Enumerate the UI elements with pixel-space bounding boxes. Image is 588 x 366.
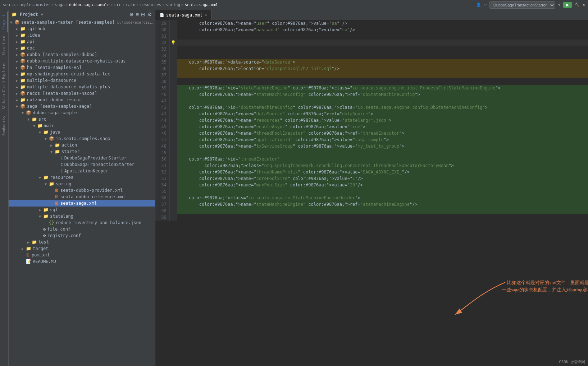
annotation-box: 比如这个就是对应的xml文件，里面就是 一些saga的状态机配置，并注入到spr…: [451, 279, 566, 323]
tree-item-2[interactable]: ▶📁.idea: [9, 32, 155, 38]
tree-arrow: ▶: [16, 92, 20, 96]
tree-arrow: ▶: [16, 53, 20, 57]
line-gutter: [170, 65, 177, 72]
tree-arrow: ▼: [16, 105, 20, 108]
vtab-bookmarks[interactable]: Bookmarks: [0, 113, 8, 138]
line-gutter: [170, 130, 177, 136]
tree-label: action: [61, 143, 154, 148]
tree-item-30[interactable]: ▼📁statelang: [9, 213, 155, 219]
tree-label: starter: [61, 149, 154, 154]
tree-arrow: ▶: [16, 46, 20, 50]
breadcrumb-item-3[interactable]: dubbo-saga-sample: [69, 3, 110, 7]
tree-item-18[interactable]: ▼📦io.seata.samples.saga: [9, 135, 155, 142]
tree-item-29[interactable]: ▶📁sql: [9, 207, 155, 213]
svg-text:一些saga的状态机配置，并注入到spring容器中去: 一些saga的状态机配置，并注入到spring容器中去: [502, 287, 588, 292]
tab-close-button[interactable]: ✕: [205, 13, 207, 17]
file-icon: 📁: [32, 117, 37, 122]
breadcrumb-item-6[interactable]: resources: [140, 3, 161, 7]
bulb-icon[interactable]: 💡: [171, 40, 176, 46]
tree-item-14[interactable]: ▼📦dubbo-saga-sample: [9, 110, 155, 116]
tree-item-25[interactable]: ▼📁spring: [9, 181, 155, 187]
tree-label: nacos [seata-samples-nacos]: [27, 91, 154, 96]
sidebar-add-button[interactable]: ⊕: [129, 11, 134, 17]
tree-item-20[interactable]: ▼📁starter: [9, 148, 155, 155]
tree-item-3[interactable]: ▶📁api: [9, 38, 155, 45]
tree-item-9[interactable]: ▶📁multiple-datasource: [9, 77, 155, 84]
sidebar-settings-button[interactable]: ⚙: [147, 11, 152, 17]
tree-item-10[interactable]: ▶📁multiple-datasource-mybatis-plus: [9, 84, 155, 90]
line-number: 49: [155, 149, 170, 156]
line-content: color:#9876aa;">name="password" color:#9…: [177, 27, 588, 33]
dropdown-arrow-icon[interactable]: ▼: [558, 3, 561, 7]
file-icon: 📦: [26, 110, 31, 115]
tree-item-33[interactable]: ⚙registry.conf: [9, 232, 155, 239]
tree-item-17[interactable]: ▼📁java: [9, 129, 155, 135]
breadcrumb-item-2[interactable]: saga: [55, 3, 65, 7]
tree-item-13[interactable]: ▼📦saga [seata-samples-saga]: [9, 103, 155, 110]
tree-item-28[interactable]: 🗎seata-saga.xml: [9, 200, 155, 207]
config-dropdown[interactable]: DubboSagaTransactionStarter: [489, 1, 555, 9]
code-line-32: 32💡: [155, 40, 588, 46]
tree-item-6[interactable]: ▶📦dubbo-multiple-datasource-mybatis-plus: [9, 58, 155, 64]
line-gutter: [170, 27, 177, 33]
code-line-52: 52 color:#9876aa;">name="threadNamePrefi…: [155, 169, 588, 175]
breadcrumb-item-7[interactable]: spring: [166, 3, 180, 7]
tree-label: DubboSagaTransactionStarter: [64, 162, 154, 167]
tree-item-31[interactable]: {}reduce_inventory_and_balance.json: [9, 219, 155, 226]
tree-item-4[interactable]: ▶📁doc: [9, 45, 155, 51]
tree-item-26[interactable]: 🗎seata-dubbo-provider.xml: [9, 187, 155, 194]
tab-seata-saga[interactable]: 📄 seata-saga.xml ✕: [155, 10, 211, 20]
line-number: 36: [155, 65, 170, 72]
vtab-structure[interactable]: Structure: [0, 33, 8, 58]
breadcrumb-item-4[interactable]: src: [114, 3, 121, 7]
code-container[interactable]: 29 color:#9876aa;">name="user" color:#98…: [155, 20, 588, 366]
file-icon: 📦: [20, 91, 26, 96]
breadcrumb-item-5[interactable]: main: [126, 3, 136, 7]
breadcrumb-item-1[interactable]: seata-samples-master: [3, 3, 50, 7]
tree-label: target: [33, 246, 154, 251]
tree-item-1[interactable]: ▶📁.github: [9, 26, 155, 32]
file-icon: 📁: [55, 143, 60, 148]
tree-item-5[interactable]: ▶📦dubbo [seata-samples-dubbo]: [9, 51, 155, 58]
sidebar-collapse-button[interactable]: ⊟: [141, 11, 145, 17]
tree-item-32[interactable]: ⚙file.conf: [9, 226, 155, 232]
tree-item-23[interactable]: CApplicationKeeper: [9, 168, 155, 174]
tab-bar: 📄 seata-saga.xml ✕: [155, 10, 588, 20]
tree-item-27[interactable]: 🗎seata-dubbo-reference.xml: [9, 194, 155, 200]
code-line-51: 51 color:#9876aa;">class="org.springfram…: [155, 162, 588, 169]
code-line-57: 57 color:#9876aa;">name="stateMachineEng…: [155, 201, 588, 208]
reload-icon[interactable]: ↻: [583, 3, 585, 7]
sidebar-sync-button[interactable]: ≡: [136, 11, 139, 17]
tree-item-16[interactable]: ▼📁main: [9, 122, 155, 129]
tree-arrow: ▼: [50, 150, 55, 154]
tree-item-37[interactable]: 📝README.MD: [9, 258, 155, 265]
line-number: 32: [155, 40, 170, 46]
back-icon[interactable]: ↩: [484, 3, 487, 7]
tree-item-34[interactable]: ▶📁test: [9, 239, 155, 245]
tree-item-8[interactable]: ▶📁mp-shadingsphere-druid-seata-tcc: [9, 71, 155, 77]
tree-item-35[interactable]: ▶📁target: [9, 245, 155, 252]
tree-item-11[interactable]: ▶📦nacos [seata-samples-nacos]: [9, 90, 155, 97]
vtab-alibaba[interactable]: Alibaba Cloud Explorer: [0, 59, 8, 112]
tree-arrow: ▼: [33, 124, 37, 128]
tree-arrow: ▶: [16, 27, 20, 31]
tree-item-19[interactable]: ▶📁action: [9, 142, 155, 148]
tree-item-12[interactable]: ▶📁nutzboot-dubbo-fescar: [9, 97, 155, 103]
run-button[interactable]: ▶: [563, 2, 572, 8]
line-gutter: [170, 208, 177, 214]
vtab-project[interactable]: Project: [0, 11, 8, 32]
tree-item-15[interactable]: ▼📁src: [9, 116, 155, 122]
line-number: 52: [155, 169, 170, 175]
tree-item-21[interactable]: CDubboSagaProviderStarter: [9, 155, 155, 161]
tree-item-7[interactable]: ▶📦ha [seata-samples-HA]: [9, 64, 155, 71]
tree-item-36[interactable]: 🗎pom.xml: [9, 252, 155, 258]
breadcrumb-item-8[interactable]: seata-saga.xml: [185, 3, 218, 7]
build-icon[interactable]: 🔨: [575, 3, 580, 7]
tree-item-24[interactable]: ▼📁resources: [9, 174, 155, 181]
dropdown-arrow[interactable]: ▼: [41, 12, 44, 17]
line-number: 38: [155, 78, 170, 85]
tree-item-22[interactable]: CDubboSagaTransactionStarter: [9, 161, 155, 168]
tree-item-0[interactable]: ▼📦seata-samples-master [seata-samples] D…: [9, 19, 155, 26]
person-icon: 👤: [476, 3, 481, 7]
tree-arrow: ▶: [16, 85, 20, 89]
